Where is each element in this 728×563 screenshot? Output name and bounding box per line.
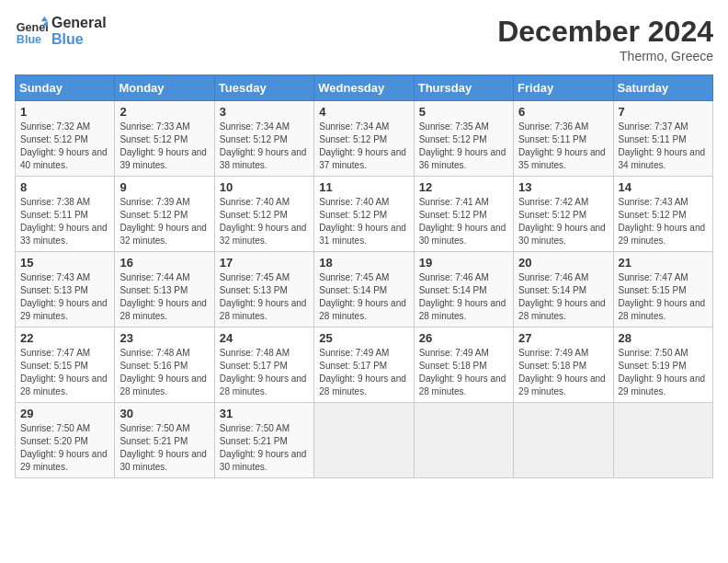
day-number: 12 bbox=[419, 180, 508, 194]
calendar-day-cell: 4 Sunrise: 7:34 AMSunset: 5:12 PMDayligh… bbox=[314, 101, 414, 177]
day-info: Sunrise: 7:34 AMSunset: 5:12 PMDaylight:… bbox=[220, 121, 307, 170]
day-info: Sunrise: 7:36 AMSunset: 5:11 PMDaylight:… bbox=[518, 121, 606, 170]
calendar-table: SundayMondayTuesdayWednesdayThursdayFrid… bbox=[15, 75, 713, 478]
calendar-day-cell: 1 Sunrise: 7:32 AMSunset: 5:12 PMDayligh… bbox=[16, 101, 115, 177]
day-number: 26 bbox=[419, 331, 508, 345]
page-header: General Blue General Blue December 2024 … bbox=[15, 15, 713, 63]
day-info: Sunrise: 7:49 AMSunset: 5:18 PMDaylight:… bbox=[419, 348, 506, 396]
day-number: 9 bbox=[119, 180, 209, 194]
day-info: Sunrise: 7:50 AMSunset: 5:21 PMDaylight:… bbox=[119, 423, 207, 472]
calendar-day-cell bbox=[514, 403, 613, 478]
day-info: Sunrise: 7:47 AMSunset: 5:15 PMDaylight:… bbox=[619, 272, 706, 321]
calendar-day-cell: 2 Sunrise: 7:33 AMSunset: 5:12 PMDayligh… bbox=[115, 101, 214, 177]
day-info: Sunrise: 7:42 AMSunset: 5:12 PMDaylight:… bbox=[518, 197, 606, 246]
calendar-week-row: 1 Sunrise: 7:32 AMSunset: 5:12 PMDayligh… bbox=[16, 101, 713, 177]
title-block: December 2024 Thermo, Greece bbox=[497, 15, 713, 63]
day-info: Sunrise: 7:44 AMSunset: 5:13 PMDaylight:… bbox=[119, 272, 207, 321]
day-info: Sunrise: 7:38 AMSunset: 5:11 PMDaylight:… bbox=[20, 197, 108, 246]
day-number: 21 bbox=[619, 256, 708, 270]
calendar-day-cell: 26 Sunrise: 7:49 AMSunset: 5:18 PMDaylig… bbox=[414, 327, 513, 403]
day-number: 30 bbox=[119, 407, 209, 420]
svg-marker-2 bbox=[41, 17, 48, 21]
calendar-day-cell: 25 Sunrise: 7:49 AMSunset: 5:17 PMDaylig… bbox=[314, 327, 414, 403]
calendar-day-cell: 10 Sunrise: 7:40 AMSunset: 5:12 PMDaylig… bbox=[214, 177, 313, 252]
calendar-week-row: 15 Sunrise: 7:43 AMSunset: 5:13 PMDaylig… bbox=[16, 252, 713, 327]
calendar-week-row: 22 Sunrise: 7:47 AMSunset: 5:15 PMDaylig… bbox=[16, 327, 713, 403]
calendar-day-cell: 3 Sunrise: 7:34 AMSunset: 5:12 PMDayligh… bbox=[214, 101, 313, 177]
calendar-week-row: 8 Sunrise: 7:38 AMSunset: 5:11 PMDayligh… bbox=[16, 177, 713, 252]
calendar-day-cell: 11 Sunrise: 7:40 AMSunset: 5:12 PMDaylig… bbox=[314, 177, 414, 252]
day-info: Sunrise: 7:49 AMSunset: 5:17 PMDaylight:… bbox=[319, 348, 406, 396]
calendar-day-cell: 13 Sunrise: 7:42 AMSunset: 5:12 PMDaylig… bbox=[514, 177, 613, 252]
calendar-day-cell bbox=[613, 403, 712, 478]
day-number: 28 bbox=[619, 331, 708, 345]
day-info: Sunrise: 7:45 AMSunset: 5:14 PMDaylight:… bbox=[319, 272, 406, 321]
logo-icon: General Blue bbox=[15, 15, 48, 48]
day-info: Sunrise: 7:48 AMSunset: 5:16 PMDaylight:… bbox=[119, 348, 207, 396]
day-number: 24 bbox=[220, 331, 309, 345]
calendar-week-row: 29 Sunrise: 7:50 AMSunset: 5:20 PMDaylig… bbox=[16, 403, 713, 478]
day-info: Sunrise: 7:43 AMSunset: 5:13 PMDaylight:… bbox=[20, 272, 108, 321]
calendar-day-cell: 12 Sunrise: 7:41 AMSunset: 5:12 PMDaylig… bbox=[414, 177, 513, 252]
day-number: 31 bbox=[220, 407, 309, 420]
calendar-day-cell: 18 Sunrise: 7:45 AMSunset: 5:14 PMDaylig… bbox=[314, 252, 414, 327]
day-info: Sunrise: 7:45 AMSunset: 5:13 PMDaylight:… bbox=[220, 272, 307, 321]
calendar-day-cell: 6 Sunrise: 7:36 AMSunset: 5:11 PMDayligh… bbox=[514, 101, 613, 177]
day-of-week-header: Sunday bbox=[16, 75, 115, 101]
month-title: December 2024 bbox=[497, 15, 713, 49]
day-info: Sunrise: 7:47 AMSunset: 5:15 PMDaylight:… bbox=[20, 348, 108, 396]
day-info: Sunrise: 7:39 AMSunset: 5:12 PMDaylight:… bbox=[119, 197, 207, 246]
calendar-day-cell: 31 Sunrise: 7:50 AMSunset: 5:21 PMDaylig… bbox=[214, 403, 313, 478]
svg-text:Blue: Blue bbox=[17, 33, 41, 46]
day-info: Sunrise: 7:40 AMSunset: 5:12 PMDaylight:… bbox=[220, 197, 307, 246]
day-number: 22 bbox=[20, 331, 109, 345]
day-number: 17 bbox=[220, 256, 309, 270]
location-subtitle: Thermo, Greece bbox=[497, 49, 713, 63]
day-info: Sunrise: 7:34 AMSunset: 5:12 PMDaylight:… bbox=[319, 121, 406, 170]
calendar-day-cell: 7 Sunrise: 7:37 AMSunset: 5:11 PMDayligh… bbox=[613, 101, 712, 177]
day-number: 16 bbox=[119, 256, 209, 270]
day-info: Sunrise: 7:35 AMSunset: 5:12 PMDaylight:… bbox=[419, 121, 506, 170]
day-number: 8 bbox=[20, 180, 109, 194]
day-info: Sunrise: 7:40 AMSunset: 5:12 PMDaylight:… bbox=[319, 197, 406, 246]
day-number: 27 bbox=[518, 331, 608, 345]
day-of-week-header: Saturday bbox=[613, 75, 712, 101]
day-of-week-header: Monday bbox=[115, 75, 214, 101]
calendar-day-cell: 9 Sunrise: 7:39 AMSunset: 5:12 PMDayligh… bbox=[115, 177, 214, 252]
calendar-day-cell: 14 Sunrise: 7:43 AMSunset: 5:12 PMDaylig… bbox=[613, 177, 712, 252]
calendar-day-cell: 16 Sunrise: 7:44 AMSunset: 5:13 PMDaylig… bbox=[115, 252, 214, 327]
calendar-day-cell: 8 Sunrise: 7:38 AMSunset: 5:11 PMDayligh… bbox=[16, 177, 115, 252]
calendar-day-cell: 29 Sunrise: 7:50 AMSunset: 5:20 PMDaylig… bbox=[16, 403, 115, 478]
day-number: 1 bbox=[20, 105, 109, 119]
calendar-day-cell bbox=[314, 403, 414, 478]
day-info: Sunrise: 7:37 AMSunset: 5:11 PMDaylight:… bbox=[619, 121, 706, 170]
day-info: Sunrise: 7:46 AMSunset: 5:14 PMDaylight:… bbox=[518, 272, 606, 321]
day-number: 6 bbox=[518, 105, 608, 119]
day-number: 10 bbox=[220, 180, 309, 194]
logo: General Blue General Blue bbox=[15, 15, 107, 48]
day-number: 2 bbox=[119, 105, 209, 119]
day-of-week-header: Tuesday bbox=[214, 75, 313, 101]
calendar-day-cell: 20 Sunrise: 7:46 AMSunset: 5:14 PMDaylig… bbox=[514, 252, 613, 327]
calendar-day-cell: 24 Sunrise: 7:48 AMSunset: 5:17 PMDaylig… bbox=[214, 327, 313, 403]
day-number: 15 bbox=[20, 256, 109, 270]
day-number: 3 bbox=[220, 105, 309, 119]
day-info: Sunrise: 7:46 AMSunset: 5:14 PMDaylight:… bbox=[419, 272, 506, 321]
day-info: Sunrise: 7:43 AMSunset: 5:12 PMDaylight:… bbox=[619, 197, 706, 246]
day-info: Sunrise: 7:48 AMSunset: 5:17 PMDaylight:… bbox=[220, 348, 307, 396]
day-info: Sunrise: 7:50 AMSunset: 5:20 PMDaylight:… bbox=[20, 423, 108, 472]
calendar-day-cell: 15 Sunrise: 7:43 AMSunset: 5:13 PMDaylig… bbox=[16, 252, 115, 327]
day-number: 20 bbox=[518, 256, 608, 270]
day-info: Sunrise: 7:33 AMSunset: 5:12 PMDaylight:… bbox=[119, 121, 207, 170]
calendar-day-cell: 19 Sunrise: 7:46 AMSunset: 5:14 PMDaylig… bbox=[414, 252, 513, 327]
day-number: 29 bbox=[20, 407, 109, 420]
calendar-day-cell: 28 Sunrise: 7:50 AMSunset: 5:19 PMDaylig… bbox=[613, 327, 712, 403]
calendar-day-cell: 17 Sunrise: 7:45 AMSunset: 5:13 PMDaylig… bbox=[214, 252, 313, 327]
day-info: Sunrise: 7:50 AMSunset: 5:21 PMDaylight:… bbox=[220, 423, 307, 472]
logo-text-line1: General bbox=[51, 15, 107, 31]
day-number: 11 bbox=[319, 180, 408, 194]
calendar-day-cell: 27 Sunrise: 7:49 AMSunset: 5:18 PMDaylig… bbox=[514, 327, 613, 403]
day-of-week-header: Wednesday bbox=[314, 75, 414, 101]
day-number: 5 bbox=[419, 105, 508, 119]
calendar-day-cell: 23 Sunrise: 7:48 AMSunset: 5:16 PMDaylig… bbox=[115, 327, 214, 403]
